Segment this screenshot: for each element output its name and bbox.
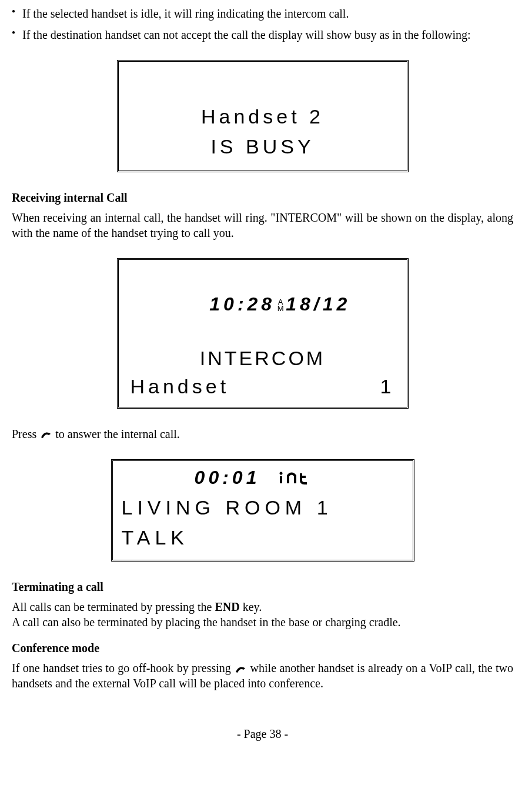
svg-rect-1 [280,476,282,483]
terminating-pre: All calls can be terminated by pressing … [12,600,215,613]
receiving-body: When receiving an internal call, the han… [12,210,513,240]
lcd-talk-line1: LIVING ROOM 1 [122,493,404,523]
lcd-talk-top: 00:01 [122,466,404,490]
bullet-list: If the selected handset is idle, it will… [12,6,513,42]
terminating-body: All calls can be terminated by pressing … [12,599,513,630]
heading-receiving: Receiving internal Call [12,190,513,205]
lcd-date: 18/12 [286,293,350,315]
lcd-busy-line2: IS BUSY [210,132,314,162]
heading-terminating: Terminating a call [12,579,513,594]
lcd-time: 10:28 [209,293,275,315]
conference-body: If one handset tries to go off-hook by p… [12,660,513,691]
phone-icon [39,430,52,440]
press-text-post: to answer the internal call. [52,427,180,440]
lcd-intercom-label: INTERCOM [128,343,398,373]
conference-pre: If one handset tries to go off-hook by p… [12,661,234,674]
lcd-intercom-timebar: 10:28AM18/12 [128,265,398,343]
press-text: Press to answer the internal call. [12,426,513,442]
lcd-talk-line2: TALK [122,523,404,553]
lcd-display-busy: Handset 2 IS BUSY [117,60,409,172]
terminating-body2: A call can also be terminated by placing… [12,616,401,629]
lcd-handset-num: 1 [380,373,395,399]
bullet-item: If the selected handset is idle, it will… [12,6,513,21]
int-icon [277,469,330,486]
page-footer: - Page 38 - [12,726,513,741]
svg-point-0 [280,472,283,475]
end-key-label: END [215,600,239,613]
lcd-busy-line1: Handset 2 [201,102,324,132]
lcd-talk-time: 00:01 [195,466,260,490]
bullet-item: If the destination handset can not accep… [12,27,513,42]
lcd-handset-label: Handset [131,373,230,399]
lcd-display-talk: 00:01 LIVING ROOM 1 TALK [111,459,414,562]
lcd-handset-row: Handset 1 [128,373,398,399]
heading-conference: Conference mode [12,640,513,656]
terminating-post: key. [240,600,262,613]
phone-icon [234,664,247,675]
lcd-ampm: AM [275,299,286,312]
press-text-pre: Press [12,427,39,440]
lcd-display-intercom: 10:28AM18/12 INTERCOM Handset 1 [117,258,409,409]
